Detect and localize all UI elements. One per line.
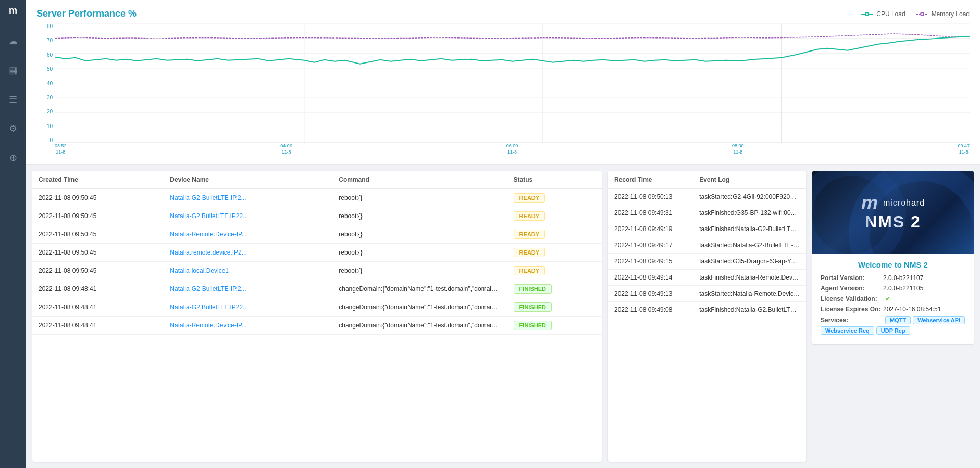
portal-version-label: Portal Version: bbox=[821, 274, 883, 282]
services-row: Services: MQTT Webservice API Webservice… bbox=[821, 316, 965, 335]
brand-banner: m microhard NMS 2 bbox=[812, 171, 974, 254]
table-row: 2022-11-08 09:49:15 taskStarted:G35-Drag… bbox=[608, 254, 806, 270]
cell-event-log: taskStarted:G35-Dragon-63-ap-Yan:000... bbox=[693, 254, 806, 270]
col-record-time: Record Time bbox=[608, 171, 693, 189]
settings-icon[interactable]: ⚙ bbox=[4, 119, 22, 138]
expires-value: 2027-10-16 08:54:51 bbox=[883, 306, 941, 313]
dashboard-icon[interactable]: ▦ bbox=[4, 61, 22, 80]
expires-label: License Expires On: bbox=[821, 306, 883, 313]
brand-logo: m bbox=[861, 194, 878, 212]
status-badge: READY bbox=[514, 266, 545, 275]
service-webservice-req[interactable]: Webservice Req bbox=[821, 326, 874, 335]
x-label-0947: 09:4711-8 bbox=[958, 143, 970, 155]
cell-event-log: taskFinished:Natalia-G2.BulletLTE.IP221.… bbox=[693, 302, 806, 318]
cell-created: 2022-11-08 09:50:45 bbox=[32, 262, 164, 280]
cell-record-time: 2022-11-08 09:49:14 bbox=[608, 270, 693, 286]
cell-device[interactable]: Natalia-G2.BulletLTE.IP22... bbox=[164, 207, 332, 225]
x-label-0800: 08:0011-8 bbox=[732, 143, 744, 155]
cell-device[interactable]: Natalia-local.Device1 bbox=[164, 262, 332, 280]
cell-status: FINISHED bbox=[507, 298, 602, 317]
cell-status: READY bbox=[507, 207, 602, 225]
table-row: 2022-11-08 09:50:45 Natalia.remote.devic… bbox=[32, 244, 602, 262]
chart-title: Server Performance % bbox=[36, 8, 137, 19]
table-row: 2022-11-08 09:49:19 taskFinished:Natalia… bbox=[608, 221, 806, 237]
license-expires-row: License Expires On: 2027-10-16 08:54:51 bbox=[821, 306, 965, 313]
cell-device[interactable]: Natalia-Remote.Device-IP... bbox=[164, 317, 332, 335]
status-badge: READY bbox=[514, 211, 545, 221]
status-badge: READY bbox=[514, 193, 545, 203]
cell-status: READY bbox=[507, 244, 602, 262]
cell-record-time: 2022-11-08 09:49:15 bbox=[608, 254, 693, 270]
cell-created: 2022-11-08 09:48:41 bbox=[32, 280, 164, 298]
col-event-log: Event Log bbox=[693, 171, 806, 189]
status-badge: FINISHED bbox=[514, 302, 552, 312]
service-mqtt[interactable]: MQTT bbox=[885, 316, 911, 324]
commands-table: Created Time Device Name Command Status … bbox=[32, 171, 602, 335]
legend-cpu-label: CPU Load bbox=[876, 10, 905, 18]
y-label-80: 80 bbox=[47, 23, 53, 29]
table-row: 2022-11-08 09:49:14 taskFinished:Natalia… bbox=[608, 270, 806, 286]
cell-command: reboot:{} bbox=[332, 244, 507, 262]
cell-device[interactable]: Natalia-G2-BulletLTE-IP.2... bbox=[164, 280, 332, 298]
list-icon[interactable]: ☰ bbox=[4, 90, 22, 109]
cell-record-time: 2022-11-08 09:49:13 bbox=[608, 286, 693, 302]
cell-device[interactable]: Natalia-G2-BulletLTE-IP.2... bbox=[164, 189, 332, 207]
cell-device[interactable]: Natalia-G2.BulletLTE.IP22... bbox=[164, 298, 332, 317]
service-webservice-api[interactable]: Webservice API bbox=[913, 316, 965, 324]
y-label-30: 30 bbox=[47, 95, 53, 100]
cell-record-time: 2022-11-08 09:49:08 bbox=[608, 302, 693, 318]
cell-command: changeDomain:{"domainName":"1-test.domai… bbox=[332, 298, 507, 317]
brand-product: NMS 2 bbox=[865, 212, 921, 232]
cell-created: 2022-11-08 09:50:45 bbox=[32, 244, 164, 262]
service-udp-rep[interactable]: UDP Rep bbox=[876, 326, 910, 335]
cell-created: 2022-11-08 09:50:45 bbox=[32, 189, 164, 207]
col-command: Command bbox=[332, 171, 507, 189]
license-check-icon: ✔ bbox=[885, 295, 890, 302]
cell-command: reboot:{} bbox=[332, 225, 507, 244]
status-badge: FINISHED bbox=[514, 284, 552, 294]
x-label-0352: 03:5211-8 bbox=[55, 143, 67, 155]
cloud-icon[interactable]: ☁ bbox=[4, 32, 22, 50]
y-label-50: 50 bbox=[47, 66, 53, 72]
cell-created: 2022-11-08 09:50:45 bbox=[32, 207, 164, 225]
table-row: 2022-11-08 09:48:41 Natalia-Remote.Devic… bbox=[32, 317, 602, 335]
y-label-40: 40 bbox=[47, 81, 53, 86]
cell-status: FINISHED bbox=[507, 317, 602, 335]
table-row: 2022-11-08 09:49:17 taskStarted:Natalia-… bbox=[608, 237, 806, 254]
license-label: License Validation: bbox=[821, 295, 883, 302]
table-row: 2022-11-08 09:48:41 Natalia-G2-BulletLTE… bbox=[32, 280, 602, 298]
brand-name: microhard bbox=[883, 198, 925, 208]
portal-version-row: Portal Version: 2.0.0-b221107 bbox=[821, 274, 965, 282]
commands-table-panel: Created Time Device Name Command Status … bbox=[32, 171, 602, 462]
svg-point-3 bbox=[921, 12, 924, 16]
cell-event-log: taskFinished:G35-BP-132-wifi:000F920... bbox=[693, 205, 806, 221]
status-badge: FINISHED bbox=[514, 321, 552, 330]
cell-record-time: 2022-11-08 09:50:13 bbox=[608, 189, 693, 205]
x-label-0600: 06:0011-8 bbox=[506, 143, 518, 155]
agent-version-row: Agent Version: 2.0.0-b221105 bbox=[821, 285, 965, 292]
chart-legend: CPU Load Memory Load bbox=[861, 10, 970, 18]
cell-status: FINISHED bbox=[507, 280, 602, 298]
info-panel: m microhard NMS 2 Welcome to NMS 2 Porta… bbox=[812, 171, 974, 462]
cell-record-time: 2022-11-08 09:49:31 bbox=[608, 205, 693, 221]
cell-event-log: taskFinished:Natalia-G2-BulletLTE-IP.22.… bbox=[693, 221, 806, 237]
cell-command: changeDomain:{"domainName":"1-test.domai… bbox=[332, 280, 507, 298]
table-row: 2022-11-08 09:50:45 Natalia-Remote.Devic… bbox=[32, 225, 602, 244]
cell-created: 2022-11-08 09:50:45 bbox=[32, 225, 164, 244]
y-label-10: 10 bbox=[47, 123, 53, 129]
cell-command: reboot:{} bbox=[332, 189, 507, 207]
table-row: 2022-11-08 09:50:45 Natalia-G2-BulletLTE… bbox=[32, 189, 602, 207]
cell-status: READY bbox=[507, 262, 602, 280]
add-icon[interactable]: ⊕ bbox=[4, 148, 22, 167]
sidebar-logo: m bbox=[9, 5, 17, 16]
sidebar: m ☁ ▦ ☰ ⚙ ⊕ bbox=[0, 0, 26, 468]
y-label-60: 60 bbox=[47, 52, 53, 58]
chart-y-axis: 0 10 20 30 40 50 60 70 80 bbox=[36, 23, 55, 143]
y-label-70: 70 bbox=[47, 37, 53, 43]
table-row: 2022-11-08 09:50:45 Natalia-G2.BulletLTE… bbox=[32, 207, 602, 225]
cell-event-log: taskStarted:Natalia-G2-BulletLTE-IP.221.… bbox=[693, 237, 806, 254]
license-validation-row: License Validation: ✔ bbox=[821, 295, 965, 302]
cell-device[interactable]: Natalia-Remote.Device-IP... bbox=[164, 225, 332, 244]
portal-version-value: 2.0.0-b221107 bbox=[883, 274, 923, 282]
cell-device[interactable]: Natalia.remote.device.IP2... bbox=[164, 244, 332, 262]
